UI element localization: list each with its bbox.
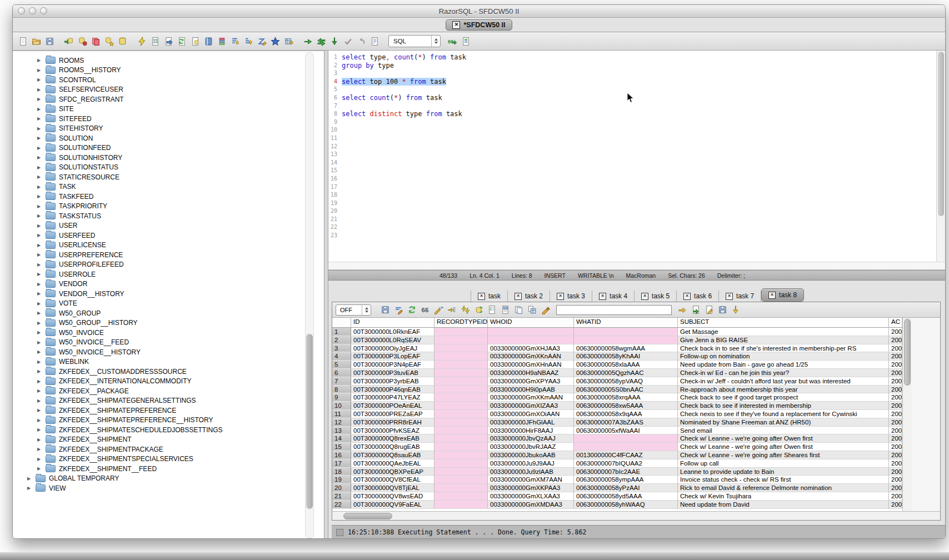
- tree-item-solutionfeed[interactable]: ▶SOLUTIONFEED: [13, 143, 324, 153]
- close-tab-icon[interactable]: ✕: [683, 293, 691, 300]
- disclosure-triangle-icon[interactable]: ▶: [37, 282, 42, 287]
- editor-scrollbar-thumb[interactable]: [938, 52, 944, 216]
- tree-item-vendor-history[interactable]: ▶VENDOR__HISTORY: [13, 289, 324, 299]
- fetch-down-icon[interactable]: [329, 36, 341, 47]
- database-icon[interactable]: [117, 36, 128, 47]
- disclosure-triangle-icon[interactable]: ▶: [37, 447, 42, 452]
- select-columns-icon[interactable]: [486, 304, 498, 316]
- refresh-objects-icon[interactable]: [176, 36, 188, 47]
- new-database-icon[interactable]: [103, 36, 115, 47]
- tree-item-taskstatus[interactable]: ▶TASKSTATUS: [13, 211, 324, 221]
- row-limit-select[interactable]: OFF: [336, 304, 371, 316]
- tree-item-userfeed[interactable]: ▶USERFEED: [13, 231, 324, 241]
- paste-rows-icon[interactable]: [526, 304, 538, 316]
- tree-item-zkfedex-shipmentpackage[interactable]: ▶ZKFEDEX__SHIPMENTPACKAGE: [13, 444, 324, 454]
- stepper-icon[interactable]: [362, 305, 371, 315]
- results-table-icon[interactable]: [149, 36, 161, 47]
- tree-item-zkfedex-shipment-feed[interactable]: ▶ZKFEDEX__SHIPMENT__FEED: [13, 464, 324, 474]
- table-row[interactable]: 1600T3000000Q8sauEAB0033000000JbukoAAB00…: [332, 451, 902, 459]
- copy-results-icon[interactable]: [90, 36, 102, 47]
- tree-item-rooms[interactable]: ▶ROOMS: [13, 56, 324, 66]
- disclosure-triangle-icon[interactable]: ▶: [37, 107, 42, 112]
- tree-item-sitehistory[interactable]: ▶SITEHISTORY: [13, 124, 324, 134]
- close-tab-icon[interactable]: ✕: [557, 293, 564, 300]
- minimize-window-button[interactable]: [29, 7, 36, 14]
- table-row[interactable]: 2100T3000000QV8wsEAD0033000000GmXLXAA300…: [332, 492, 902, 501]
- tree-scrollbar-thumb[interactable]: [306, 334, 313, 508]
- table-vertical-scrollbar[interactable]: [902, 318, 912, 511]
- table-row[interactable]: 1500T3000000Q8rugEAB0033000000JbvRJAAZCh…: [332, 443, 902, 451]
- database-object-tree[interactable]: ▶ROOMS▶ROOMS__HISTORY▶SCONTROL▶SELFSERVI…: [13, 51, 324, 539]
- result-tab-task-5[interactable]: ✕task 5: [635, 291, 677, 302]
- tree-item-solution[interactable]: ▶SOLUTION: [13, 133, 324, 143]
- close-tab-icon[interactable]: ✕: [726, 293, 733, 300]
- results-table[interactable]: IDRECORDTYPEIDWHOIDWHATIDSUBJECTAC 100T3…: [332, 318, 902, 511]
- find-next-icon[interactable]: [677, 304, 688, 316]
- tree-item-w50-invoice[interactable]: ▶W50_INVOICE: [13, 328, 324, 338]
- disclosure-triangle-icon[interactable]: ▶: [37, 58, 42, 63]
- import-table-icon[interactable]: [283, 36, 294, 47]
- table-row[interactable]: 1900T3000000QV8CfEAL0033000000GmXM7AAN00…: [332, 476, 902, 484]
- tree-item-scontrol[interactable]: ▶SCONTROL: [13, 75, 324, 85]
- disconnect-database-icon[interactable]: [77, 36, 88, 47]
- table-row[interactable]: 700T3000000P3yrbEAB0033000000GmXPYAA3006…: [332, 377, 902, 386]
- stepper-icon[interactable]: [431, 36, 440, 47]
- table-row[interactable]: 400T3000000P3LopEAF0033000000GmXKnAAN006…: [332, 352, 902, 361]
- export-results-icon[interactable]: [690, 304, 702, 316]
- execute-sql-icon[interactable]: [136, 36, 148, 47]
- tree-item-zkfedex-shipmentspecialservices[interactable]: ▶ZKFEDEX__SHIPMENTSPECIALSERVICES: [13, 454, 324, 464]
- zoom-window-button[interactable]: [40, 7, 47, 14]
- disclosure-triangle-icon[interactable]: ▶: [37, 262, 42, 267]
- table-row[interactable]: 300T3000000OiyJgEAJ0033000000GmXHJAA3006…: [332, 344, 902, 353]
- script-database-icon[interactable]: [189, 36, 201, 47]
- result-tab-task-8[interactable]: ✕task 8: [761, 288, 804, 302]
- tree-item-w50-group-history[interactable]: ▶W50_GROUP__HISTORY: [13, 318, 324, 328]
- save-grid-icon[interactable]: [717, 304, 728, 316]
- disclosure-triangle-icon[interactable]: ▶: [37, 349, 42, 354]
- new-document-icon[interactable]: [17, 36, 29, 47]
- column-header-whatid[interactable]: WHATID: [574, 318, 678, 327]
- disclosure-triangle-icon[interactable]: ▶: [27, 486, 32, 491]
- table-body[interactable]: 100T3000000L0RknEAFGet Massage200200T300…: [332, 328, 902, 511]
- column-header-id[interactable]: ID: [351, 318, 434, 327]
- table-horizontal-scrollbar[interactable]: [332, 511, 940, 520]
- disclosure-triangle-icon[interactable]: ▶: [37, 146, 42, 151]
- insert-row-icon[interactable]: [446, 304, 458, 316]
- disclosure-triangle-icon[interactable]: ▶: [37, 155, 42, 160]
- tree-item-sfdc-registrant[interactable]: ▶SFDC_REGISTRANT: [13, 94, 324, 104]
- disclosure-triangle-icon[interactable]: ▶: [37, 184, 42, 189]
- statement-type-select[interactable]: SQL: [388, 35, 441, 47]
- column-header-ac[interactable]: AC: [889, 318, 902, 327]
- tree-item-zkfedex-shipmatescheduledjobssettings[interactable]: ▶ZKFEDEX__SHIPMATESCHEDULEDJOBSSETTINGS: [13, 425, 324, 435]
- rollback-icon[interactable]: [356, 36, 367, 47]
- tree-item-zkfedex-shipment[interactable]: ▶ZKFEDEX__SHIPMENT: [13, 435, 324, 445]
- column-info-icon[interactable]: [216, 36, 228, 47]
- download-results-icon[interactable]: [730, 304, 742, 316]
- disclosure-triangle-icon[interactable]: ▶: [37, 457, 42, 462]
- sql-history-icon[interactable]: [369, 36, 381, 47]
- tree-item-zkfedex-shipmategeneralsettings[interactable]: ▶ZKFEDEX__SHIPMATEGENERALSETTINGS: [13, 396, 324, 406]
- table-row[interactable]: 1100T3000000PREZaEAP0033000000GmXOiAAN00…: [332, 410, 902, 418]
- disclosure-triangle-icon[interactable]: ▶: [37, 116, 42, 121]
- refresh-results-icon[interactable]: [406, 304, 418, 316]
- execute-all-icon[interactable]: [316, 36, 327, 47]
- result-tab-task[interactable]: ✕task: [471, 291, 508, 302]
- disclosure-triangle-icon[interactable]: ▶: [37, 359, 42, 364]
- table-row[interactable]: 900T3000000P47LYEAZ0033000000GmXKmAAN006…: [332, 393, 902, 402]
- disclosure-triangle-icon[interactable]: ▶: [37, 213, 42, 218]
- copy-rows-icon[interactable]: [513, 304, 525, 316]
- tree-item-w50-group[interactable]: ▶W50_GROUP: [13, 308, 324, 318]
- disclosure-triangle-icon[interactable]: ▶: [37, 340, 42, 345]
- save-results-icon[interactable]: [379, 304, 391, 316]
- table-hscrollbar-thumb[interactable]: [343, 513, 392, 519]
- results-search-input[interactable]: [556, 305, 672, 315]
- disclosure-triangle-icon[interactable]: ▶: [37, 97, 42, 102]
- tree-item-global-temporary[interactable]: ▶GLOBAL TEMPORARY: [13, 474, 324, 484]
- title-bar[interactable]: RazorSQL - SFDCW50 II: [13, 5, 945, 18]
- disclosure-triangle-icon[interactable]: ▶: [37, 291, 42, 296]
- describe-table-icon[interactable]: [460, 36, 472, 47]
- disclosure-triangle-icon[interactable]: ▶: [27, 476, 32, 481]
- disclosure-triangle-icon[interactable]: ▶: [37, 204, 42, 209]
- column-header-whoid[interactable]: WHOID: [488, 318, 574, 327]
- close-document-icon[interactable]: ✕: [452, 21, 460, 29]
